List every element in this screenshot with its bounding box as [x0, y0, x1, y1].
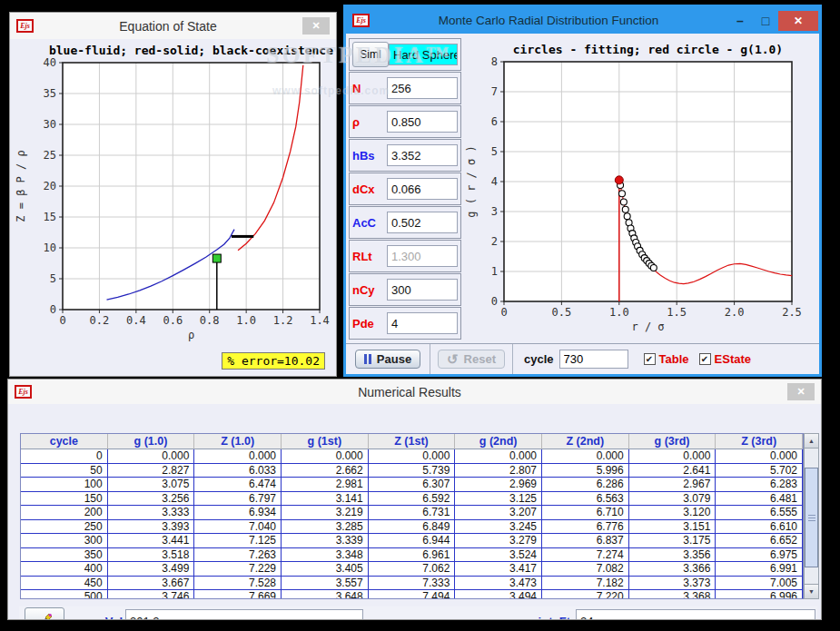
results-table[interactable]: cycleg (1.0)Z (1.0)g (1st)Z (1st)g (2nd)…	[20, 433, 804, 599]
field-row-dcx: dCx	[349, 173, 461, 205]
titlebar-results[interactable]: Ejs Numerical Results ✕	[8, 380, 821, 404]
table-cell: 3.175	[629, 534, 716, 548]
field-label-siml[interactable]: Siml	[352, 42, 389, 67]
table-cell: 2.981	[282, 478, 369, 492]
paintbrush-icon	[35, 612, 54, 619]
titlebar-mc[interactable]: Ejs Monte Carlo Radial Distribution Func…	[346, 7, 819, 34]
table-cell: 7.082	[542, 562, 629, 577]
estate-checkbox[interactable]: ✔	[699, 353, 711, 365]
field-input-pde[interactable]	[387, 312, 458, 334]
table-cell: 6.563	[542, 492, 629, 507]
svg-text:2: 2	[491, 235, 498, 248]
field-label-hbs: hBs	[352, 149, 387, 163]
scroll-up-button[interactable]: ▲	[805, 434, 818, 449]
pause-section: Pause	[346, 344, 430, 374]
minimize-button[interactable]: –	[727, 11, 753, 31]
table-checkbox-wrap: ✔ Table	[644, 352, 689, 366]
reset-label: Reset	[464, 352, 496, 366]
field-input-ncy[interactable]	[387, 279, 458, 301]
field-row-rho: ρ	[349, 105, 461, 138]
svg-text:40: 40	[44, 56, 56, 69]
table-cell: 3.368	[629, 590, 716, 599]
svg-text:circles - fitting; red circle: circles - fitting; red circle - g(1.0)	[513, 43, 783, 56]
column-header: Z (1st)	[369, 434, 456, 449]
svg-text:blue-fluid; red-solid; black-c: blue-fluid; red-solid; black-coexistence	[49, 44, 333, 57]
table-checkbox[interactable]: ✔	[644, 353, 656, 365]
reset-button[interactable]: ↺ Reset	[438, 350, 505, 369]
field-label-n: N	[352, 82, 387, 95]
column-header: g (1st)	[282, 434, 369, 449]
titlebar-eos[interactable]: Ejs Equation of State ✕	[10, 13, 336, 39]
scrollbar-thumb[interactable]	[805, 468, 818, 567]
table-cell: 3.141	[282, 492, 369, 507]
table-cell: 6.996	[716, 590, 803, 599]
svg-text:ρ: ρ	[188, 329, 194, 341]
close-button-mc[interactable]: ✕	[778, 11, 818, 31]
column-header: g (2nd)	[455, 434, 542, 449]
maximize-button[interactable]: □	[753, 11, 778, 31]
field-input-siml[interactable]	[389, 44, 458, 65]
field-row-pde: Pde	[349, 307, 461, 340]
field-label-ncy: nCy	[352, 283, 387, 297]
maximize-icon: □	[762, 14, 769, 28]
results-scrollbar[interactable]: ▲ ▼	[804, 433, 819, 599]
close-button-eos[interactable]: ✕	[302, 17, 330, 35]
table-cell: 0.000	[369, 449, 456, 464]
table-cell: 2.662	[282, 464, 369, 478]
cycle-input[interactable]	[559, 350, 628, 369]
field-input-n[interactable]	[387, 77, 458, 99]
table-cell: 6.731	[369, 506, 456, 520]
table-cell: 450	[21, 577, 108, 591]
window-equation-of-state: Ejs Equation of State ✕ 00.20.40.60.81.0…	[9, 12, 337, 377]
svg-text:0: 0	[500, 306, 507, 319]
field-input-rho[interactable]	[387, 111, 458, 133]
table-cell: 3.219	[282, 506, 369, 520]
scroll-down-button[interactable]: ▼	[805, 584, 818, 598]
table-cell: 0.000	[716, 449, 803, 464]
table-cell: 3.557	[282, 577, 369, 591]
table-cell: 3.518	[108, 548, 195, 563]
reset-icon: ↺	[447, 351, 459, 368]
field-input-acc[interactable]	[387, 212, 458, 233]
table-cell: 7.005	[716, 577, 803, 591]
brush-tool-button[interactable]	[25, 607, 64, 619]
svg-text:0.2: 0.2	[90, 314, 110, 327]
eos-plot-panel: 00.20.40.60.81.01.21.40510152025303540bl…	[10, 39, 336, 376]
pause-button[interactable]: Pause	[355, 350, 420, 369]
npointsft-input[interactable]	[576, 609, 815, 619]
table-cell: 50	[21, 464, 108, 478]
table-cell: 250	[21, 520, 108, 535]
svg-text:3: 3	[491, 205, 498, 218]
table-cell: 7.182	[542, 577, 629, 591]
table-cell: 6.837	[542, 534, 629, 548]
table-cell: 3.079	[629, 492, 716, 507]
field-input-hbs[interactable]	[387, 144, 458, 166]
table-cell: 6.592	[369, 492, 456, 507]
field-input-rlt[interactable]	[387, 245, 458, 267]
window-title-results: Numerical Results	[32, 385, 787, 399]
table-cell: 2.807	[455, 464, 542, 478]
svg-text:1.4: 1.4	[310, 314, 330, 327]
close-icon: ✕	[796, 386, 805, 398]
table-cell: 2.827	[108, 464, 195, 478]
npointsft-label: npointsFt	[517, 615, 570, 620]
svg-text:8: 8	[491, 55, 498, 68]
eos-chart: 00.20.40.60.81.01.21.40510152025303540bl…	[10, 39, 336, 376]
table-cell: 5.739	[369, 464, 456, 478]
svg-text:5: 5	[491, 145, 498, 158]
table-cell: 0.000	[629, 449, 716, 464]
table-cell: 3.494	[455, 590, 542, 599]
table-cell: 6.286	[542, 478, 629, 492]
table-cell: 3.373	[629, 577, 716, 591]
table-cell: 6.474	[194, 478, 282, 492]
field-input-dcx[interactable]	[387, 178, 458, 200]
svg-text:7: 7	[491, 85, 498, 98]
svg-text:5: 5	[50, 272, 56, 285]
table-cell: 0.000	[455, 449, 542, 464]
table-cell: 3.667	[108, 577, 195, 591]
svg-text:0: 0	[59, 314, 65, 327]
svg-text:0.4: 0.4	[126, 314, 146, 327]
close-button-results[interactable]: ✕	[787, 383, 815, 400]
vol-input[interactable]	[125, 609, 363, 619]
svg-text:1.0: 1.0	[236, 314, 256, 327]
